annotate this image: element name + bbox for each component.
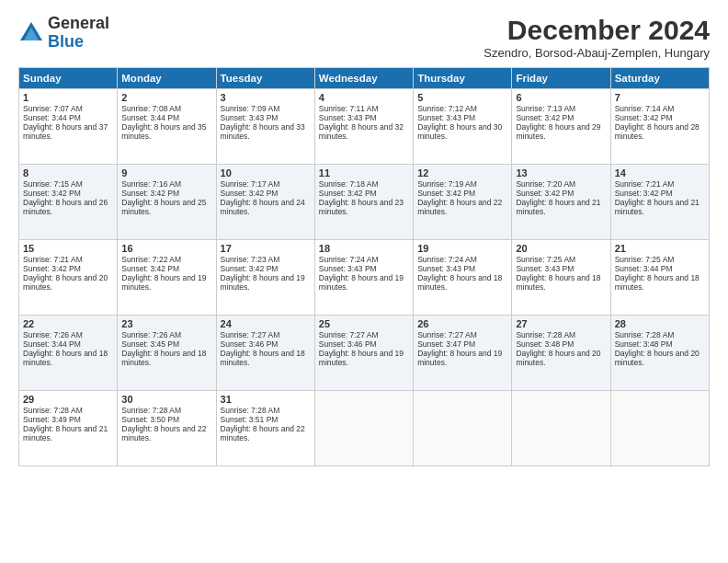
sunrise-text: Sunrise: 7:28 AM: [121, 406, 181, 415]
day-number: 6: [516, 92, 606, 103]
sunset-text: Sunset: 3:42 PM: [615, 189, 673, 198]
sunset-text: Sunset: 3:46 PM: [221, 339, 279, 349]
calendar-week-3: 15Sunrise: 7:21 AMSunset: 3:42 PMDayligh…: [19, 240, 710, 316]
day-of-week-wednesday: Wednesday: [314, 68, 413, 89]
daylight-text: Daylight: 8 hours and 22 minutes.: [417, 198, 502, 216]
sunrise-text: Sunrise: 7:21 AM: [23, 255, 83, 264]
daylight-text: Daylight: 8 hours and 37 minutes.: [23, 122, 108, 141]
sunrise-text: Sunrise: 7:28 AM: [516, 330, 575, 339]
calendar-cell: 21Sunrise: 7:25 AMSunset: 3:44 PMDayligh…: [610, 240, 709, 316]
day-number: 27: [516, 318, 606, 329]
sunset-text: Sunset: 3:43 PM: [417, 264, 475, 273]
sunrise-text: Sunrise: 7:25 AM: [615, 255, 675, 264]
daylight-text: Daylight: 8 hours and 32 minutes.: [319, 122, 404, 141]
day-number: 4: [319, 92, 409, 103]
daylight-text: Daylight: 8 hours and 26 minutes.: [23, 198, 108, 216]
sunrise-text: Sunrise: 7:09 AM: [221, 104, 280, 113]
day-number: 9: [121, 167, 211, 178]
sunrise-text: Sunrise: 7:13 AM: [516, 104, 575, 113]
sunrise-text: Sunrise: 7:15 AM: [23, 179, 83, 189]
sunset-text: Sunset: 3:43 PM: [516, 264, 574, 273]
daylight-text: Daylight: 8 hours and 24 minutes.: [221, 198, 305, 216]
calendar-cell: 9Sunrise: 7:16 AMSunset: 3:42 PMDaylight…: [118, 165, 216, 240]
sunset-text: Sunset: 3:44 PM: [615, 264, 673, 273]
sunset-text: Sunset: 3:44 PM: [121, 113, 179, 122]
sunset-text: Sunset: 3:42 PM: [615, 113, 673, 122]
daylight-text: Daylight: 8 hours and 22 minutes.: [121, 424, 206, 442]
sunset-text: Sunset: 3:42 PM: [221, 189, 279, 198]
day-number: 3: [221, 92, 311, 103]
day-number: 13: [516, 167, 606, 178]
sunset-text: Sunset: 3:42 PM: [516, 113, 574, 122]
day-number: 30: [121, 394, 211, 405]
daylight-text: Daylight: 8 hours and 33 minutes.: [221, 122, 305, 141]
sunset-text: Sunset: 3:50 PM: [121, 415, 179, 424]
sunrise-text: Sunrise: 7:19 AM: [417, 179, 477, 189]
day-number: 19: [417, 243, 507, 254]
calendar-cell: 31Sunrise: 7:28 AMSunset: 3:51 PMDayligh…: [216, 391, 314, 466]
calendar-cell: 4Sunrise: 7:11 AMSunset: 3:43 PMDaylight…: [314, 89, 413, 165]
calendar-cell: 15Sunrise: 7:21 AMSunset: 3:42 PMDayligh…: [19, 240, 118, 316]
calendar-cell: 11Sunrise: 7:18 AMSunset: 3:42 PMDayligh…: [314, 165, 413, 240]
calendar-cell: 28Sunrise: 7:28 AMSunset: 3:48 PMDayligh…: [610, 316, 709, 391]
day-number: 31: [221, 394, 311, 405]
logo-text: General Blue: [48, 15, 109, 52]
day-number: 7: [615, 92, 705, 103]
day-number: 24: [221, 318, 311, 329]
calendar-cell: 29Sunrise: 7:28 AMSunset: 3:49 PMDayligh…: [19, 391, 118, 466]
day-number: 12: [417, 167, 507, 178]
day-number: 1: [23, 92, 113, 103]
calendar-cell: [512, 391, 610, 466]
sunset-text: Sunset: 3:49 PM: [23, 415, 81, 424]
sunrise-text: Sunrise: 7:25 AM: [516, 255, 575, 264]
logo-blue: Blue: [48, 32, 84, 51]
logo-icon: [18, 20, 44, 46]
sunrise-text: Sunrise: 7:21 AM: [615, 179, 675, 189]
calendar-cell: [610, 391, 709, 466]
day-number: 20: [516, 243, 606, 254]
daylight-text: Daylight: 8 hours and 18 minutes.: [516, 273, 600, 292]
daylight-text: Daylight: 8 hours and 18 minutes.: [121, 349, 206, 367]
calendar-cell: 24Sunrise: 7:27 AMSunset: 3:46 PMDayligh…: [216, 316, 314, 391]
sunset-text: Sunset: 3:42 PM: [516, 189, 574, 198]
page: General Blue December 2024 Szendro, Bors…: [0, 0, 728, 563]
day-number: 26: [417, 318, 507, 329]
sunrise-text: Sunrise: 7:18 AM: [319, 179, 379, 189]
calendar-header-row: SundayMondayTuesdayWednesdayThursdayFrid…: [19, 68, 710, 89]
sunset-text: Sunset: 3:44 PM: [23, 339, 81, 349]
calendar-cell: 8Sunrise: 7:15 AMSunset: 3:42 PMDaylight…: [19, 165, 118, 240]
calendar-week-4: 22Sunrise: 7:26 AMSunset: 3:44 PMDayligh…: [19, 316, 710, 391]
daylight-text: Daylight: 8 hours and 19 minutes.: [417, 349, 502, 367]
logo: General Blue: [18, 15, 109, 52]
calendar-week-5: 29Sunrise: 7:28 AMSunset: 3:49 PMDayligh…: [19, 391, 710, 466]
sunset-text: Sunset: 3:42 PM: [121, 264, 179, 273]
sunrise-text: Sunrise: 7:20 AM: [516, 179, 575, 189]
sunrise-text: Sunrise: 7:28 AM: [221, 406, 280, 415]
header: General Blue December 2024 Szendro, Bors…: [18, 15, 710, 60]
sunrise-text: Sunrise: 7:08 AM: [121, 104, 181, 113]
calendar-cell: 25Sunrise: 7:27 AMSunset: 3:46 PMDayligh…: [314, 316, 413, 391]
sunrise-text: Sunrise: 7:14 AM: [615, 104, 675, 113]
day-of-week-saturday: Saturday: [610, 68, 709, 89]
daylight-text: Daylight: 8 hours and 22 minutes.: [221, 424, 305, 442]
calendar-cell: 17Sunrise: 7:23 AMSunset: 3:42 PMDayligh…: [216, 240, 314, 316]
sunrise-text: Sunrise: 7:23 AM: [221, 255, 280, 264]
daylight-text: Daylight: 8 hours and 19 minutes.: [221, 273, 305, 292]
sunset-text: Sunset: 3:42 PM: [221, 264, 279, 273]
sunrise-text: Sunrise: 7:27 AM: [221, 330, 280, 339]
title-block: December 2024 Szendro, Borsod-Abauj-Zemp…: [483, 15, 710, 60]
sunrise-text: Sunrise: 7:17 AM: [221, 179, 280, 189]
day-of-week-monday: Monday: [118, 68, 216, 89]
sunset-text: Sunset: 3:43 PM: [319, 113, 377, 122]
sunset-text: Sunset: 3:51 PM: [221, 415, 279, 424]
sunset-text: Sunset: 3:42 PM: [417, 189, 475, 198]
sunset-text: Sunset: 3:42 PM: [319, 189, 377, 198]
sunset-text: Sunset: 3:43 PM: [221, 113, 279, 122]
day-number: 21: [615, 243, 705, 254]
calendar-cell: 19Sunrise: 7:24 AMSunset: 3:43 PMDayligh…: [414, 240, 512, 316]
daylight-text: Daylight: 8 hours and 19 minutes.: [319, 273, 404, 292]
daylight-text: Daylight: 8 hours and 21 minutes.: [615, 198, 700, 216]
day-of-week-tuesday: Tuesday: [216, 68, 314, 89]
day-number: 28: [615, 318, 705, 329]
sunrise-text: Sunrise: 7:24 AM: [417, 255, 477, 264]
